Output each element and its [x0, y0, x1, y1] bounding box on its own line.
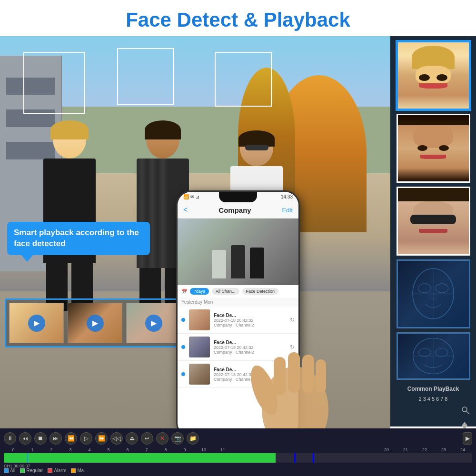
svg-point-10 [435, 348, 447, 357]
stop-btn[interactable]: ⏹ [34, 432, 47, 445]
phone-notch [219, 192, 257, 202]
arrow-right-btn[interactable]: ▶ [463, 432, 472, 445]
clip-thumb-3[interactable]: ▶ [126, 303, 181, 343]
svg-marker-14 [462, 426, 467, 428]
cb-ma-box[interactable] [71, 468, 76, 473]
phone-back-btn[interactable]: < [183, 206, 188, 214]
event-dot-2 [181, 345, 185, 349]
cb-alarm-box[interactable] [48, 468, 52, 473]
timeline-numbers: 0 1 2 3 4 5 6 7 8 9 10 11 20 21 22 23 24 [4, 446, 472, 453]
timeline-marker [27, 453, 28, 463]
svg-marker-13 [462, 422, 467, 426]
folder-btn[interactable]: 📁 [187, 432, 199, 445]
fast-fwd-btn[interactable]: ⏩ [95, 432, 108, 445]
slow-bk-btn[interactable]: ◁◁ [110, 432, 123, 445]
filter-face[interactable]: Face Detection [242, 288, 279, 295]
main-area: Smart playback according to the face det… [0, 36, 476, 428]
phone-header: < Company Edit [178, 202, 298, 218]
play-btn-3[interactable]: ▶ [145, 315, 162, 332]
alarm-mark-1 [294, 453, 296, 463]
person-1 [31, 120, 108, 311]
phone-image-preview [178, 218, 298, 285]
face-detect-box-2 [117, 48, 174, 105]
phone-signal: 📶 ✉ ⊿ [183, 194, 199, 199]
phone-date-label: Yesterday Mon [178, 298, 298, 307]
cb-regular[interactable]: Regular [20, 468, 43, 473]
next-btn[interactable]: ⏭ [50, 432, 62, 445]
clip-thumb-2[interactable]: ▶ [68, 303, 122, 343]
eject-btn[interactable]: ⏏ [126, 432, 138, 445]
phone-time: 14:33 [281, 194, 293, 199]
search-icon[interactable] [461, 406, 470, 417]
svg-rect-18 [288, 352, 300, 393]
control-bar: ⏸ ⏮ ⏹ ⏭ ⏪ ▷ ⏩ ◁◁ ⏏ ↩ ✕ 📷 📁 ▶ 0 1 2 3 4 [0, 428, 476, 476]
play-btn-2[interactable]: ▶ [87, 315, 104, 332]
alarm-mark-2 [313, 453, 314, 463]
cb-ma[interactable]: Ma... [71, 468, 88, 473]
svg-line-12 [466, 411, 469, 414]
filter-all-ch[interactable]: All Chan... [212, 288, 239, 295]
phone-filter-bar: 📅 7days All Chan... Face Detection [178, 285, 298, 298]
bottom-checkboxes: All Regular Alarm Ma... [4, 467, 472, 474]
clip-thumb-1[interactable]: ▶ [9, 303, 64, 343]
svg-point-3 [418, 284, 431, 293]
slow-fwd-btn[interactable]: ▷ [80, 432, 92, 445]
svg-rect-19 [302, 355, 314, 393]
face-thumb-3[interactable] [397, 187, 470, 256]
face-thumb-5[interactable] [397, 332, 470, 380]
calendar-icon: 📅 [181, 289, 187, 294]
event-dot-3 [181, 372, 185, 376]
close-btn[interactable]: ✕ [156, 432, 169, 445]
svg-point-4 [435, 284, 448, 293]
cb-alarm[interactable]: Alarm [48, 468, 66, 473]
callout-bubble: Smart playback according to the face det… [7, 222, 150, 255]
event-thumb-2 [189, 337, 210, 357]
svg-point-9 [418, 348, 431, 357]
camera-btn[interactable]: 📷 [171, 432, 184, 445]
svg-rect-17 [274, 357, 286, 395]
title-area: Face Detect & Playback [0, 0, 476, 36]
cb-regular-box[interactable] [20, 468, 25, 473]
face-clips-row: ▶ ▶ ▶ [5, 298, 185, 347]
cb-all-box[interactable] [4, 468, 9, 473]
common-playback-label: Common PlayBack [394, 386, 472, 392]
event-dot-1 [181, 318, 185, 322]
phone-edit-btn[interactable]: Edit [282, 207, 293, 214]
timeline-track-container[interactable]: CH1 00:00:07 [4, 453, 472, 463]
playback-controls: ⏸ ⏮ ⏹ ⏭ ⏪ ▷ ⏩ ◁◁ ⏏ ↩ ✕ 📷 📁 ▶ [4, 430, 472, 446]
timeline-area: 0 1 2 3 4 5 6 7 8 9 10 11 20 21 22 23 24 [4, 446, 472, 467]
timeline-bar [4, 453, 276, 463]
prev-btn[interactable]: ⏮ [19, 432, 31, 445]
svg-point-11 [462, 407, 467, 412]
channel-numbers: 2 3 4 5 6 7 8 [419, 396, 448, 402]
page-container: Face Detect & Playback [0, 0, 476, 476]
face-detect-box-1 [23, 52, 85, 114]
face-detect-box-3 [215, 52, 272, 107]
phone-screen-title: Company [218, 206, 251, 214]
face-panel: Common PlayBack 2 3 4 5 6 7 8 [390, 36, 476, 426]
timeline-track[interactable] [4, 453, 472, 463]
filter-7days[interactable]: 7days [190, 288, 209, 295]
back-btn[interactable]: ↩ [141, 432, 153, 445]
page-title: Face Detect & Playback [0, 9, 476, 31]
cb-all[interactable]: All [4, 468, 15, 473]
pause-btn[interactable]: ⏸ [4, 432, 16, 445]
callout-text: Smart playback according to the face det… [14, 228, 139, 248]
event-thumb-3 [189, 364, 210, 385]
face-thumb-4[interactable] [397, 259, 470, 328]
hand-holding-phone [248, 314, 343, 428]
event-thumb-1 [189, 309, 210, 330]
play-btn-1[interactable]: ▶ [28, 315, 45, 332]
ch-label: 2 [419, 396, 422, 402]
face-thumb-1[interactable] [397, 41, 470, 110]
ch-time-label: CH1 00:00:07 [4, 464, 30, 468]
nav-arrows-icon[interactable] [459, 421, 470, 428]
svg-rect-20 [316, 359, 326, 393]
rewind-btn[interactable]: ⏪ [65, 432, 77, 445]
face-thumb-2[interactable] [397, 114, 470, 183]
